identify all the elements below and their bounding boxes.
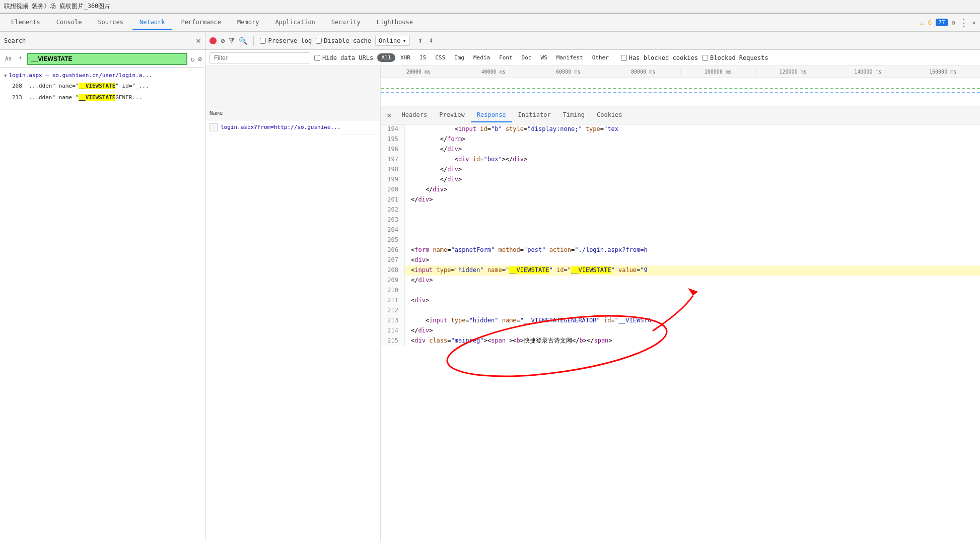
filter-doc[interactable]: Doc — [518, 53, 536, 62]
network-item-login[interactable]: login.aspx?from=http://so.gushiwe... — [205, 120, 380, 134]
blocked-requests-label[interactable]: Blocked Requests — [702, 54, 768, 61]
tab-preview[interactable]: Preview — [433, 108, 471, 122]
devtools-body: Search ✕ Aa * __VIEWSTATE ↻ ⊘ login.aspx… — [0, 32, 980, 541]
search-panel: Search ✕ Aa * __VIEWSTATE ↻ ⊘ login.aspx… — [0, 32, 205, 541]
network-filter-bar: Hide data URLs All XHR JS CSS Img Media … — [205, 50, 980, 66]
code-line-215: 215 <div class="mainreg"><span ><b>快捷登录古… — [381, 336, 980, 346]
tab-headers[interactable]: Headers — [396, 108, 434, 122]
tab-application[interactable]: Application — [268, 16, 322, 30]
search-options: Aa * __VIEWSTATE ↻ ⊘ — [0, 50, 205, 68]
hide-data-urls-label[interactable]: Hide data URLs — [314, 54, 373, 61]
regex-button[interactable]: * — [17, 54, 24, 63]
blocked-cookies-checkbox[interactable] — [621, 55, 627, 61]
disable-cache-label[interactable]: Disable cache — [316, 37, 371, 44]
search-result-file[interactable]: login.aspx — so.gushiwen.cn/user/login.a… — [0, 70, 205, 81]
code-line-199: 199 </div> — [381, 175, 980, 185]
tick-80000: 80000 ms — [605, 69, 680, 75]
filter-font[interactable]: Font — [495, 53, 517, 62]
record-button[interactable] — [209, 37, 217, 44]
browser-bar: 联想视频 惩务》场 底纹图片_360图片 — [0, 0, 980, 13]
tab-console[interactable]: Console — [49, 16, 89, 30]
code-view: 194 <input id="b" style="display:none;" … — [381, 124, 980, 346]
search-close-icon[interactable]: ✕ — [196, 36, 201, 45]
import-icon[interactable]: ⬆ — [418, 36, 423, 45]
clear-network-button[interactable]: ⊘ — [221, 37, 225, 45]
code-line-195: 195 </form> — [381, 134, 980, 145]
tab-initiator[interactable]: Initiator — [512, 108, 557, 122]
network-toolbar: ⊘ ⧩ 🔍 Preserve log Disable cache Online … — [205, 32, 980, 50]
toolbar-divider-1 — [253, 36, 254, 46]
tick-120000: 120000 ms — [755, 69, 830, 75]
preserve-log-label[interactable]: Preserve log — [260, 37, 312, 44]
settings-icon[interactable]: ⚙ — [952, 19, 955, 26]
tab-response[interactable]: Response — [471, 108, 512, 122]
throttle-select[interactable]: Online ▾ — [375, 36, 410, 46]
network-filter-input[interactable] — [209, 52, 310, 63]
code-line-214: 214 </div> — [381, 326, 980, 336]
code-line-205: 205 — [381, 235, 980, 245]
blocked-cookies-label[interactable]: Has blocked cookies — [621, 54, 698, 61]
blocked-requests-checkbox[interactable] — [702, 55, 708, 61]
timeline-axis: 20000 ms 40000 ms 60000 ms 80000 ms 1000… — [381, 66, 980, 78]
filter-ws[interactable]: WS — [536, 53, 551, 62]
code-line-207: 207 <div> — [381, 255, 980, 265]
filter-css[interactable]: CSS — [431, 53, 449, 62]
code-line-213: 213 <input type="hidden" name="__VIEWSTA… — [381, 316, 980, 326]
tab-memory[interactable]: Memory — [230, 16, 266, 30]
search-refresh-icon[interactable]: ↻ — [190, 55, 194, 63]
filter-img[interactable]: Img — [450, 53, 468, 62]
close-devtools-icon[interactable]: ✕ — [972, 19, 976, 26]
timeline-area: 20000 ms 40000 ms 60000 ms 80000 ms 1000… — [205, 66, 980, 106]
filter-type-buttons: All XHR JS CSS Img Media Font Doc WS Man… — [377, 53, 613, 62]
tab-network[interactable]: Network — [132, 16, 172, 30]
filter-js[interactable]: JS — [415, 53, 430, 62]
code-line-202: 202 — [381, 205, 980, 215]
preserve-log-checkbox[interactable] — [260, 38, 266, 44]
tab-performance[interactable]: Performance — [174, 16, 228, 30]
timeline-right: 20000 ms 40000 ms 60000 ms 80000 ms 1000… — [381, 66, 980, 106]
code-line-197: 197 <div id="box"></div> — [381, 155, 980, 165]
code-line-204: 204 — [381, 225, 980, 235]
search-clear-icon[interactable]: ⊘ — [198, 55, 202, 63]
code-line-201: 201 </div> — [381, 195, 980, 205]
devtools-tabs-bar: Elements Console Sources Network Perform… — [0, 14, 980, 32]
response-content[interactable]: 194 <input id="b" style="display:none;" … — [381, 124, 980, 541]
more-options-icon[interactable]: ⋮ — [959, 17, 968, 28]
code-line-210: 210 — [381, 286, 980, 296]
filter-manifest[interactable]: Manifest — [552, 53, 587, 62]
search-result-file-name: login.aspx — so.gushiwen.cn/user/login.a… — [9, 72, 152, 79]
tick-60000: 60000 ms — [531, 69, 606, 75]
filter-button[interactable]: ⧩ — [229, 36, 235, 45]
disable-cache-checkbox[interactable] — [316, 38, 322, 44]
tab-lighthouse[interactable]: Lighthouse — [370, 16, 420, 30]
main-split: Name login.aspx?from=http://so.gushiwe..… — [205, 106, 980, 541]
hide-data-urls-checkbox[interactable] — [314, 55, 320, 61]
code-line-211: 211 <div> — [381, 296, 980, 306]
tick-160000: 160000 ms — [905, 69, 980, 75]
search-result-item-208[interactable]: 208 ...dden" name="__VIEWSTATE" id="_... — [0, 81, 205, 92]
code-line-206: 206 <form name="aspnetForm" method="post… — [381, 245, 980, 255]
code-line-212: 212 — [381, 306, 980, 316]
search-result-item-213[interactable]: 213 ...dden" name="__VIEWSTATEGENER... — [0, 92, 205, 104]
tab-sources[interactable]: Sources — [91, 16, 130, 30]
tab-cookies[interactable]: Cookies — [591, 108, 628, 122]
tick-100000: 100000 ms — [680, 69, 755, 75]
response-close-icon[interactable]: ✕ — [383, 110, 396, 120]
tab-elements[interactable]: Elements — [4, 16, 47, 30]
network-search-icon[interactable]: 🔍 — [239, 37, 247, 45]
filter-xhr[interactable]: XHR — [396, 53, 414, 62]
tick-40000: 40000 ms — [456, 69, 531, 75]
tab-timing[interactable]: Timing — [557, 108, 591, 122]
tick-140000: 140000 ms — [830, 69, 905, 75]
code-line-200: 200 </div> — [381, 185, 980, 195]
toolbar-right-icons: ⬆ ⬇ — [418, 36, 434, 45]
search-results: login.aspx — so.gushiwen.cn/user/login.a… — [0, 68, 205, 541]
export-icon[interactable]: ⬇ — [429, 36, 434, 45]
search-input[interactable]: __VIEWSTATE — [27, 53, 187, 65]
case-sensitive-button[interactable]: Aa — [3, 54, 14, 63]
filter-other[interactable]: Other — [588, 53, 613, 62]
tab-security[interactable]: Security — [324, 16, 368, 30]
filter-all[interactable]: All — [377, 53, 395, 62]
filter-media[interactable]: Media — [469, 53, 494, 62]
code-line-198: 198 </div> — [381, 165, 980, 175]
